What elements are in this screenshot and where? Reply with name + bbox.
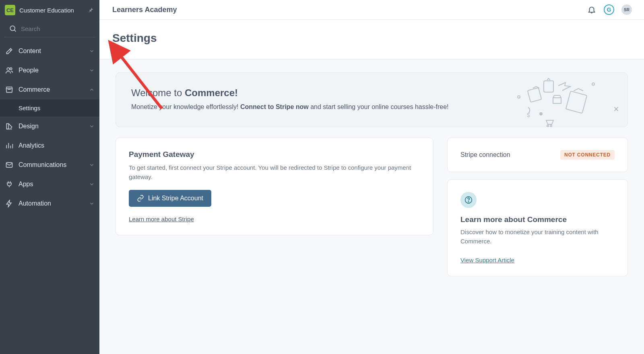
svg-rect-8 [544, 81, 553, 92]
sidebar-item-commerce-settings[interactable]: Settings [0, 99, 99, 117]
sidebar-item-automation[interactable]: Automation [0, 194, 99, 213]
svg-point-2 [10, 68, 12, 70]
sidebar-item-design[interactable]: Design [0, 117, 99, 136]
banner-desc: Monetize your knowledge effortlessly! Co… [131, 103, 535, 111]
pencil-icon [5, 47, 14, 56]
search-icon [9, 24, 17, 33]
svg-point-0 [10, 26, 15, 31]
chevron-down-icon [89, 48, 95, 54]
page-header: Settings [99, 20, 644, 60]
help-icon [460, 192, 477, 208]
welcome-banner: Welcome to Commerce! Monetize your knowl… [116, 72, 628, 127]
gateway-desc: To get started, first connect your Strip… [129, 163, 420, 182]
banner-title: Welcome to Commerce! [131, 87, 535, 99]
store-icon [5, 85, 14, 94]
chart-icon [5, 141, 14, 150]
sidebar-item-label: Commerce [19, 86, 50, 93]
chevron-down-icon [89, 201, 95, 206]
chevron-down-icon [89, 181, 95, 187]
org-switcher[interactable]: CE Customer Education [0, 0, 99, 20]
sidebar-item-apps[interactable]: Apps [0, 175, 99, 194]
integration-badge[interactable]: G [604, 4, 614, 15]
close-icon [613, 106, 619, 112]
sidebar-item-label: Analytics [19, 142, 44, 149]
svg-point-12 [550, 125, 552, 127]
app-title: Learners Academy [112, 6, 177, 14]
sidebar-item-analytics[interactable]: Analytics [0, 136, 99, 155]
sidebar-item-label: Apps [19, 181, 33, 188]
content: Welcome to Commerce! Monetize your knowl… [99, 60, 644, 354]
svg-point-6 [540, 113, 542, 115]
avatar[interactable]: SR [621, 4, 632, 15]
chevron-down-icon [89, 162, 95, 168]
svg-rect-9 [566, 91, 587, 113]
sidebar-item-label: Content [19, 47, 41, 55]
chevron-up-icon [89, 87, 95, 93]
learn-title: Learn more about Commerce [460, 215, 615, 224]
sidebar-item-label: Communications [19, 161, 66, 169]
sidebar-item-label: People [19, 67, 39, 74]
sidebar-sub-commerce: Settings [0, 99, 99, 117]
sidebar-item-commerce[interactable]: Commerce [0, 80, 99, 99]
sidebar-item-communications[interactable]: Communications [0, 155, 99, 175]
svg-rect-7 [528, 88, 542, 102]
svg-point-11 [547, 125, 549, 127]
banner-illustration: $ [515, 77, 599, 137]
sidebar-item-label: Design [19, 123, 39, 130]
sidebar-item-people[interactable]: People [0, 61, 99, 80]
stripe-connection-card: Stripe connection NOT CONNECTED [447, 138, 628, 172]
svg-text:$: $ [527, 112, 530, 118]
svg-point-5 [592, 83, 594, 85]
connection-label: Stripe connection [460, 151, 510, 158]
close-banner-button[interactable] [613, 106, 619, 112]
gateway-title: Payment Gateway [129, 150, 420, 159]
link-icon [137, 195, 144, 202]
payment-gateway-card: Payment Gateway To get started, first co… [116, 138, 433, 235]
chevron-down-icon [89, 123, 95, 129]
org-name: Customer Education [19, 7, 83, 14]
plug-icon [5, 180, 14, 189]
topbar: Learners Academy G SR [99, 0, 644, 20]
search-input[interactable] [21, 25, 97, 32]
svg-point-4 [518, 96, 520, 98]
sidebar-item-label: Automation [19, 200, 51, 207]
swatch-icon [5, 122, 14, 131]
people-icon [5, 66, 14, 75]
learn-desc: Discover how to monetize your training c… [460, 227, 615, 246]
bolt-icon [5, 199, 14, 208]
connection-status-badge: NOT CONNECTED [560, 150, 615, 160]
sidebar-nav: Content People [0, 37, 99, 213]
mail-icon [5, 161, 14, 169]
sidebar: CE Customer Education Content [0, 0, 99, 354]
button-label: Link Stripe Account [148, 195, 203, 202]
sidebar-search [4, 20, 95, 37]
chevron-down-icon [89, 68, 95, 73]
svg-point-1 [7, 68, 10, 70]
page-title: Settings [112, 32, 631, 45]
sidebar-item-content[interactable]: Content [0, 41, 99, 61]
view-support-article-link[interactable]: View Support Article [460, 257, 514, 263]
pin-icon[interactable] [87, 6, 95, 14]
learn-stripe-link[interactable]: Learn more about Stripe [129, 216, 194, 222]
bell-icon [587, 5, 596, 14]
svg-point-14 [468, 202, 469, 202]
learn-commerce-card: Learn more about Commerce Discover how t… [447, 179, 628, 276]
org-badge: CE [5, 5, 15, 15]
main: Learners Academy G SR Settings Welcome t… [99, 0, 644, 354]
notifications-button[interactable] [587, 5, 597, 14]
link-stripe-button[interactable]: Link Stripe Account [129, 190, 211, 207]
